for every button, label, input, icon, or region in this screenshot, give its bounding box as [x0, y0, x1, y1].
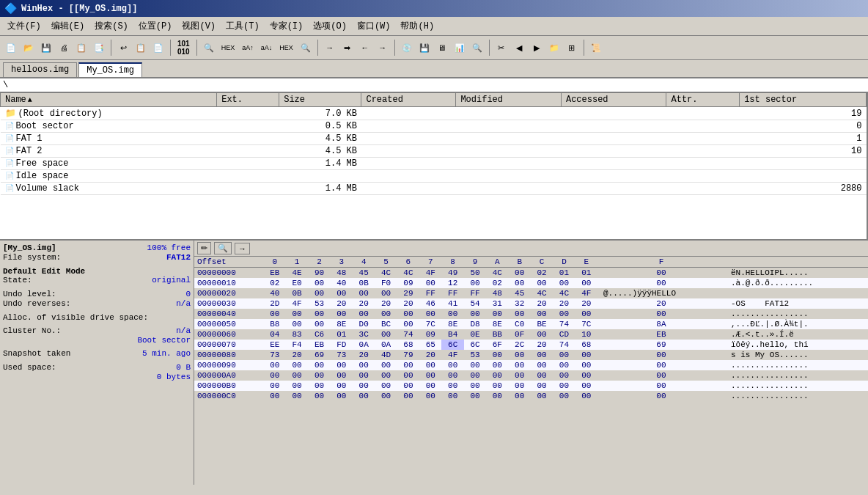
hex-byte[interactable]: 00: [375, 370, 397, 381]
hex-byte[interactable]: 0E: [464, 329, 486, 340]
table-row[interactable]: 📄FAT 24.5 KB10: [1, 145, 867, 158]
hex-byte[interactable]: 00: [308, 381, 330, 391]
hex-byte[interactable]: 01: [331, 329, 353, 340]
menu-position[interactable]: 位置(P): [134, 18, 177, 34]
hex-byte[interactable]: 4C: [531, 288, 553, 298]
col-attr[interactable]: Attr.: [666, 93, 740, 107]
hex-byte[interactable]: 00: [286, 391, 308, 401]
hex-byte[interactable]: 00: [553, 381, 575, 391]
menu-options[interactable]: 选项(O): [309, 18, 351, 34]
hex-byte[interactable]: 20: [597, 298, 725, 309]
hex-byte[interactable]: 00: [486, 350, 508, 360]
hex-byte[interactable]: D0: [353, 319, 375, 329]
hex-byte[interactable]: 00: [441, 360, 463, 370]
hex-byte[interactable]: 45: [509, 288, 531, 298]
hex-byte[interactable]: 00: [419, 381, 441, 391]
hex-byte[interactable]: 00: [286, 370, 308, 381]
hex-row[interactable]: 0000009000000000000000000000000000000000…: [194, 360, 868, 370]
hex-byte[interactable]: 00: [353, 370, 375, 381]
hex-byte[interactable]: 53: [308, 298, 330, 309]
table-row[interactable]: 📁(Root directory)7.0 KB19: [1, 107, 867, 120]
hex-byte[interactable]: 00: [264, 360, 286, 370]
hex-byte[interactable]: 00: [375, 381, 397, 391]
arrow-right-btn[interactable]: →: [322, 41, 338, 54]
hex-byte[interactable]: 00: [464, 391, 486, 401]
hex-byte[interactable]: 00: [486, 370, 508, 381]
hex-byte[interactable]: 00: [553, 370, 575, 381]
hex-byte[interactable]: 00: [575, 381, 597, 391]
hex-byte[interactable]: 02: [486, 278, 508, 288]
hex-search-btn[interactable]: 🔍: [214, 242, 232, 254]
hex-byte[interactable]: B4: [441, 329, 463, 340]
hex-byte[interactable]: 00: [509, 350, 531, 360]
hex-byte[interactable]: BC: [375, 319, 397, 329]
hex-byte[interactable]: 00: [286, 360, 308, 370]
hex-row[interactable]: 00000020400B0000000029FFFFFF48454C4C4F@.…: [194, 288, 868, 298]
hex-byte[interactable]: 8E: [441, 319, 463, 329]
hex-byte[interactable]: 00: [464, 370, 486, 381]
hex-byte[interactable]: 00: [353, 309, 375, 319]
tab-helloos[interactable]: helloos.img: [3, 62, 77, 77]
hex-byte[interactable]: 90: [308, 268, 330, 279]
hex-byte[interactable]: 00: [531, 278, 553, 288]
hex-scroll-area[interactable]: Offset 0 1 2 3 4 5 6 7 8 9 A B C: [194, 257, 868, 485]
hex-byte[interactable]: 00: [331, 360, 353, 370]
hex-byte[interactable]: 41: [441, 298, 463, 309]
hex-byte[interactable]: 00: [509, 381, 531, 391]
hex-byte[interactable]: 00: [597, 360, 725, 370]
hex-byte[interactable]: 73: [331, 350, 353, 360]
hex-byte[interactable]: 69: [597, 340, 725, 350]
calc-btn[interactable]: 📊: [452, 41, 468, 55]
hex-byte[interactable]: 09: [397, 278, 419, 288]
hex-byte[interactable]: 20: [353, 350, 375, 360]
col-accessed[interactable]: Accessed: [561, 93, 666, 107]
hex-byte[interactable]: 49: [441, 268, 463, 279]
hex-byte[interactable]: 00: [397, 319, 419, 329]
hex-byte[interactable]: 00: [575, 370, 597, 381]
hex-byte[interactable]: 00: [441, 391, 463, 401]
disk2-btn[interactable]: 💾: [416, 41, 433, 55]
hex-byte[interactable]: 00: [286, 309, 308, 319]
hex-find-btn[interactable]: HEX: [218, 42, 238, 54]
hex-row[interactable]: 00000050B800008ED0BC007C8ED88EC0BE747C8A…: [194, 319, 868, 329]
hex-byte[interactable]: 4C: [486, 268, 508, 279]
find3-btn[interactable]: aA↓: [258, 42, 276, 54]
table-row[interactable]: 📄Free space1.4 MB: [1, 158, 867, 170]
hex-byte[interactable]: 00: [553, 309, 575, 319]
hex-byte[interactable]: 02: [264, 278, 286, 288]
hex-byte[interactable]: 29: [397, 288, 419, 298]
disk-btn[interactable]: 💿: [399, 41, 415, 55]
undo-btn[interactable]: ↩: [115, 41, 131, 55]
hex-byte[interactable]: 74: [553, 340, 575, 350]
col-name[interactable]: Name ▲: [1, 93, 217, 107]
hex-row[interactable]: 00000070EEF4EBFD0A0A68656C6C6F2C20746869…: [194, 340, 868, 350]
hex-byte[interactable]: 00: [419, 370, 441, 381]
hex-byte[interactable]: 00: [464, 309, 486, 319]
hex-byte[interactable]: 00: [286, 319, 308, 329]
col-size[interactable]: Size: [279, 93, 361, 107]
hex-byte[interactable]: 0B: [353, 278, 375, 288]
hex-byte[interactable]: 74: [397, 329, 419, 340]
hex-byte[interactable]: 00: [486, 309, 508, 319]
hex-byte[interactable]: 20: [353, 298, 375, 309]
hex-byte[interactable]: 00: [486, 381, 508, 391]
hex-byte[interactable]: 68: [575, 340, 597, 350]
hex-byte[interactable]: 20: [553, 298, 575, 309]
hex-byte[interactable]: 00: [419, 278, 441, 288]
hex-byte[interactable]: 00: [353, 381, 375, 391]
hex-byte[interactable]: 00: [308, 360, 330, 370]
hex-row[interactable]: 0000008073206973204D79204F53000000000000…: [194, 350, 868, 360]
hex-byte[interactable]: 20: [375, 298, 397, 309]
print-btn[interactable]: 🖨: [56, 41, 72, 54]
hex-byte[interactable]: 2C: [509, 340, 531, 350]
hex-byte[interactable]: 0F: [509, 329, 531, 340]
hex-byte[interactable]: 00: [486, 391, 508, 401]
menu-expert[interactable]: 专家(I): [265, 18, 308, 34]
hex-byte[interactable]: 00: [353, 360, 375, 370]
hex-byte[interactable]: 00: [597, 381, 725, 391]
hex-byte[interactable]: 00: [331, 370, 353, 381]
table-row[interactable]: 📄Boot sector0.5 KB0: [1, 120, 867, 133]
menu-tools[interactable]: 工具(T): [221, 18, 264, 34]
hex-byte[interactable]: 50: [464, 268, 486, 279]
hex-byte[interactable]: 4C: [375, 268, 397, 279]
